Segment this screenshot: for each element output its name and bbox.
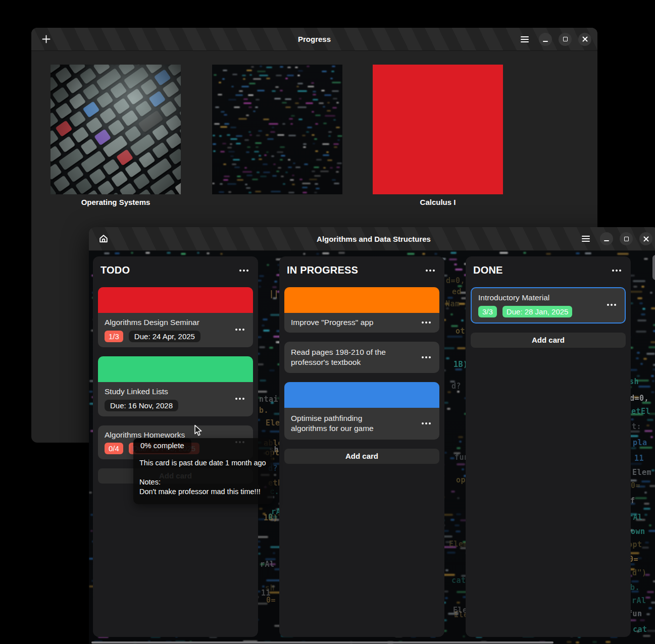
close-button[interactable] [578,33,591,46]
close-icon [643,236,649,242]
column-title: TODO [100,264,130,276]
mouse-cursor [193,424,203,439]
card-improve-progress-app[interactable]: Improve "Progress" app [284,287,439,333]
horizontal-scrollbar[interactable] [91,641,553,643]
card-menu-button[interactable] [233,396,246,402]
card-optimise-pathfinding[interactable]: Optimise pathfinding algorithms for our … [284,382,439,440]
card-menu-button[interactable] [233,327,246,333]
maximize-button[interactable] [620,232,633,245]
board-headerbar: Algorithms and Data Structures [89,227,655,251]
hamburger-icon [521,36,529,42]
board-tile-algorithms[interactable]: Algorithms and Data Structures [212,65,342,77]
home-icon [99,234,108,243]
board-thumbnail-red [373,65,503,194]
progress-badge: 3/3 [478,306,497,317]
add-board-button[interactable] [38,32,54,47]
card-title: Read pages 198-210 of the professor's te… [291,347,399,367]
progress-headerbar: Progress [31,28,597,51]
minimize-icon [543,41,548,42]
home-button[interactable] [96,231,111,246]
board-label: Calculus I [373,198,503,206]
card-menu-button[interactable] [420,319,433,326]
minimize-icon [604,240,609,241]
board-thumbnail-code [212,65,342,194]
maximize-icon [624,237,629,241]
tooltip-notes-text: Don't make professor mad this time!!! [139,487,266,497]
board-thumbnail-keyboard [51,65,181,194]
column-in-progress: IN PROGRESS Improve "Progress" app Read … [279,256,444,637]
tooltip-notes-label: Notes: [139,477,266,487]
tooltip-overdue-text: This card is past due date 1 month ago [139,458,266,468]
due-badge: Due: 24 Apr, 2025 [129,331,200,342]
maximize-button[interactable] [559,33,572,46]
hamburger-icon [582,236,590,242]
tooltip-progress-text: 0% complete [133,438,191,453]
card-read-pages[interactable]: Read pages 198-210 of the professor's te… [284,342,439,373]
add-card-button[interactable]: Add card [471,333,626,348]
card-cover-orange [284,287,439,313]
main-menu-button[interactable] [517,32,532,47]
close-button[interactable] [639,232,652,245]
column-menu-button[interactable] [237,267,250,274]
column-title: IN PROGRESS [287,264,358,276]
card-cover-blue [284,382,439,408]
board-label: Operating Systems [51,198,181,206]
minimize-button[interactable] [600,232,613,245]
board-tile-operating-systems[interactable]: Operating Systems [51,65,181,206]
card-menu-button[interactable] [605,302,618,308]
column-title: DONE [473,264,503,276]
card-menu-button[interactable] [420,354,433,360]
column-menu-button[interactable] [610,267,623,274]
column-done: DONE Introductory Material 3/3 Due: 28 J… [466,256,631,637]
due-badge: Due: 16 Nov, 2028 [105,400,178,411]
window-title: Algorithms and Data Structures [89,235,655,243]
card-title: Study Linked Lists [105,387,178,397]
board-menu-button[interactable] [578,231,593,246]
card-cover-green [98,356,253,382]
maximize-icon [563,37,568,41]
vertical-scrollbar[interactable] [652,255,655,280]
progress-badge: 0/4 [105,443,123,454]
column-menu-button[interactable] [424,267,437,274]
add-card-button[interactable]: Add card [284,449,439,464]
card-study-linked-lists[interactable]: Study Linked Lists Due: 16 Nov, 2028 [98,356,253,416]
plus-icon [42,35,51,43]
card-title: Improve "Progress" app [291,317,374,328]
window-title: Progress [31,35,597,43]
card-introductory-material[interactable]: Introductory Material 3/3 Due: 28 Jan, 2… [471,287,626,324]
card-menu-button[interactable] [420,420,433,426]
card-title: Introductory Material [478,293,572,303]
due-badge: Due: 28 Jan, 2025 [502,306,573,317]
card-title: Algorithms Design Seminar [105,317,200,328]
card-algorithms-design-seminar[interactable]: Algorithms Design Seminar 1/3 Due: 24 Ap… [98,287,253,347]
minimize-button[interactable] [539,33,552,46]
card-title: Optimise pathfinding algorithms for our … [291,413,399,434]
kanban-board-window: Algorithms and Data Structures shd=0,etE… [89,227,655,644]
progress-badge: 1/3 [105,331,123,342]
close-icon [582,36,588,42]
arrow-cursor-icon [193,424,203,437]
card-details-tooltip: 0% complete This card is past due date 1… [133,438,273,504]
card-cover-red [98,287,253,313]
board-tile-calculus[interactable]: Calculus I [373,65,503,206]
